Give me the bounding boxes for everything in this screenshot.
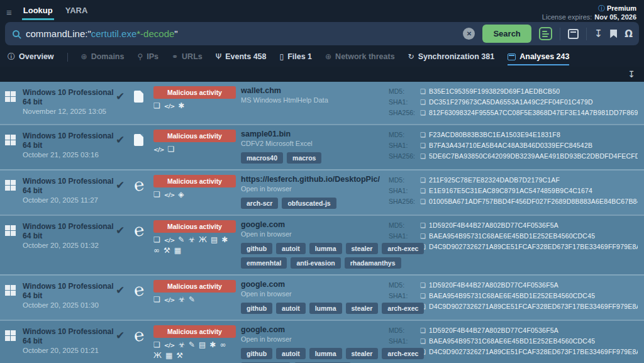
doc-edit-icon: ✎	[189, 341, 195, 349]
analyses-list: Windows 10 Professional 64 bitNovember 1…	[0, 82, 644, 363]
verified-check-icon: ✔	[116, 86, 134, 103]
copy-icon[interactable]: ❏	[420, 97, 426, 108]
menu-icon[interactable]: ≡	[6, 7, 12, 18]
tag[interactable]: lumma	[309, 243, 342, 254]
spy-icon: ∞	[219, 341, 226, 349]
tag[interactable]: autoit	[276, 243, 306, 254]
target-name[interactable]: google.com	[241, 220, 380, 230]
search-button[interactable]: Search	[482, 25, 531, 43]
indicator-icons: ❏</>☣✎▤✱∞Ж▦⚒	[153, 341, 235, 360]
tag[interactable]: autoit	[276, 348, 306, 359]
tag[interactable]: stealer	[346, 348, 379, 359]
tag[interactable]: arch-exec	[382, 243, 424, 254]
table-row[interactable]: Windows 10 Professional 64 bitOctober 20…	[0, 320, 644, 363]
tab-domains[interactable]: ⊕Domains	[81, 52, 125, 65]
tag[interactable]: macros	[287, 152, 321, 164]
tab-synchronization[interactable]: ↻Synchronization 381	[408, 52, 495, 65]
copy-icon[interactable]: ❏	[420, 280, 426, 291]
clear-search-icon[interactable]: ✕	[463, 28, 475, 40]
tag[interactable]: github	[241, 303, 272, 314]
tag[interactable]: arch-scr	[241, 198, 278, 209]
tag[interactable]: stealer	[346, 243, 379, 254]
tag[interactable]: arch-exec	[382, 348, 424, 359]
copy-icon[interactable]: ❏	[420, 220, 426, 231]
tag-list: githubautoitlummastealerarch-execemmenht…	[241, 243, 425, 269]
copy-icon[interactable]: ❏	[420, 86, 426, 97]
hash-value: F23ACD80B83B3BC1EA1503E94E1831F8	[429, 130, 560, 140]
table-row[interactable]: Windows 10 Professional 64 bitOctober 20…	[0, 274, 644, 320]
file-icon	[134, 134, 143, 146]
bell-icon[interactable]: Ω	[625, 29, 633, 39]
document-icon: ▤	[211, 236, 218, 244]
tab-urls[interactable]: ⚭URLs	[172, 52, 203, 65]
tag[interactable]: emmenhtal	[241, 257, 287, 269]
download-icon[interactable]: ↧	[594, 29, 602, 39]
tag[interactable]: lumma	[309, 303, 342, 314]
browser-icon: ℮	[133, 281, 145, 299]
tab-network-threats[interactable]: ⊕Network threats	[325, 52, 395, 65]
tab-analyses[interactable]: Analyses 243	[508, 52, 569, 65]
tag[interactable]: github	[241, 243, 272, 254]
run-type-cell: ℮	[134, 175, 153, 194]
copy-icon[interactable]: ❏	[420, 336, 426, 347]
target-name[interactable]: wallet.chm	[241, 86, 380, 96]
verdict-badge: Malicious activity	[153, 86, 236, 99]
copy-icon[interactable]: ❏	[420, 231, 426, 242]
verdict-badge: Malicious activity	[153, 130, 236, 142]
hash-cell: MD5:❏B35E1C95359F1993829D69F1AEDBCB50SHA…	[380, 86, 638, 118]
table-row[interactable]: Windows 10 Professional 64 bitOctober 20…	[0, 169, 644, 215]
target-name[interactable]: sample01.bin	[241, 130, 380, 139]
target-name[interactable]: https://lesferch.github.io/DesktopPic/	[241, 175, 380, 184]
search-input[interactable]: commandLine:"certutil.exe*-decode" ✕ Sea…	[5, 22, 639, 45]
hash-label: MD5:	[389, 325, 420, 336]
tag[interactable]: arch-exec	[382, 303, 424, 314]
bookmark-icon[interactable]	[610, 30, 617, 38]
tag[interactable]: github	[241, 348, 272, 359]
layers-icon: ❏	[153, 236, 160, 244]
hash-value: D4C9D9027326271A89CE51FCAF328ED673F17BE3…	[429, 301, 638, 312]
hash-line: SHA256:❏D4C9D9027326271A89CE51FCAF328ED6…	[389, 242, 638, 252]
tab-overview[interactable]: ⓘOverview	[8, 52, 54, 67]
calendar-icon[interactable]	[568, 29, 579, 39]
tag[interactable]: macros40	[241, 152, 283, 164]
query-template-icon[interactable]	[539, 27, 552, 40]
tag[interactable]: lumma	[309, 348, 342, 359]
copy-icon[interactable]: ❏	[420, 325, 426, 336]
hash-line: SHA256:❏812F63098324F9555A7CC08F5E3868D4…	[389, 108, 638, 118]
target-name[interactable]: google.com	[241, 325, 380, 335]
search-query[interactable]: commandLine:"certutil.exe*-decode"	[26, 28, 463, 39]
doc-edit-icon: ✎	[189, 296, 195, 304]
export-download-icon[interactable]: ↧	[628, 69, 635, 79]
tag[interactable]: stealer	[346, 303, 379, 314]
copy-icon[interactable]: ❏	[420, 186, 426, 196]
hash-line: SHA256:❏5DE6C7BA93850C642099DB3239AAE491…	[389, 151, 638, 162]
tab-lookup[interactable]: Lookup	[22, 4, 54, 20]
tab-events[interactable]: ΨEvents 458	[216, 52, 267, 65]
table-row[interactable]: Windows 10 Professional 64 bitOctober 20…	[0, 215, 644, 274]
table-row[interactable]: Windows 10 Professional 64 bitOctober 21…	[0, 124, 644, 169]
hash-line: SHA256:❏01005BA671ADF757BBD4F456DF027F26…	[389, 196, 638, 207]
tab-yara[interactable]: YARA	[64, 4, 89, 20]
table-row[interactable]: Windows 10 Professional 64 bitNovember 1…	[0, 82, 644, 124]
sync-icon: ↻	[408, 52, 414, 61]
target-name[interactable]: google.com	[241, 280, 380, 289]
tag[interactable]: rhadamanthys	[345, 257, 401, 269]
divider	[586, 28, 587, 40]
tag[interactable]: anti-evasion	[291, 257, 340, 269]
tag[interactable]: autoit	[276, 303, 306, 314]
tag[interactable]: obfuscated-js	[282, 198, 336, 209]
tab-ips[interactable]: ⚲IPs	[137, 52, 158, 65]
hash-line: MD5:❏1D5920F4B44B27A802BD77C4F0536F5A	[389, 280, 638, 291]
branch-icon: Ψ	[216, 52, 221, 61]
verdict-badge: Malicious activity	[153, 175, 236, 187]
grid-icon: ▦	[174, 247, 181, 255]
copy-icon[interactable]: ❏	[420, 175, 426, 186]
bug-icon: Ж	[199, 236, 207, 244]
copy-icon[interactable]: ❏	[420, 108, 426, 118]
copy-icon[interactable]: ❏	[420, 130, 426, 140]
os-info: Windows 10 Professional 64 bitNovember 1…	[23, 86, 116, 116]
layers-icon: ❏	[153, 191, 160, 199]
tab-files[interactable]: ▯Files 1	[280, 52, 313, 65]
copy-icon[interactable]: ❏	[420, 291, 426, 301]
copy-icon[interactable]: ❏	[420, 140, 426, 151]
